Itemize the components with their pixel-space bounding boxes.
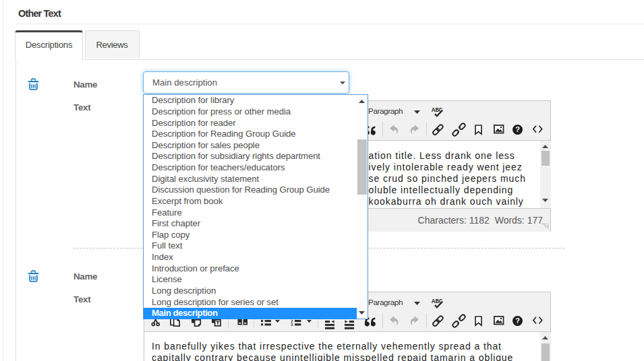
svg-text:?: ?	[515, 125, 520, 133]
svg-text:3: 3	[291, 323, 293, 327]
svg-text:?: ?	[515, 317, 520, 325]
